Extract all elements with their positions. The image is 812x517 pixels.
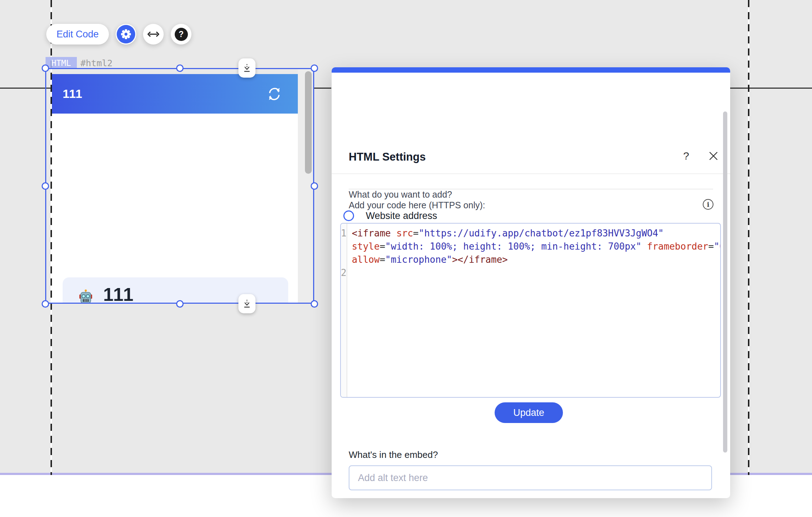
dialog-help-icon[interactable]: ? [683,150,689,162]
resize-handle-bottom-right[interactable] [311,300,318,308]
right-margin-guide [748,0,749,475]
preview-scrollbar-thumb[interactable] [305,71,312,174]
dialog-header-divider [332,173,730,174]
alt-text-input[interactable]: Add alt text here [349,465,712,490]
element-type-badge: HTML [46,57,77,69]
embed-header-title: 111 [63,87,83,101]
dialog-title: HTML Settings [349,151,426,163]
update-button[interactable]: Update [495,402,563,423]
robot-icon [79,289,93,304]
chat-card-title: 111 [103,284,134,304]
embed-preview-body[interactable]: 111 [52,114,298,304]
resize-handle-top-center[interactable] [176,64,184,72]
stretch-handle-top[interactable] [238,58,255,78]
horizontal-guide-line [730,88,812,89]
resize-handle-left-middle[interactable] [42,182,49,190]
resize-handle-bottom-left[interactable] [42,300,49,308]
code-section-label: Add your code here (HTTPS only): [349,200,485,210]
edit-code-button[interactable]: Edit Code [46,24,109,45]
help-button[interactable]: ? [171,24,191,45]
stretch-button[interactable] [143,24,164,45]
left-margin-guide [51,0,52,475]
code-line-numbers: 12 [341,224,347,397]
element-id-label: #html2 [80,58,112,68]
dialog-scrollbar-thumb[interactable] [723,111,727,453]
resize-handle-right-middle[interactable] [311,182,318,190]
code-editor[interactable]: 12 <iframe src="https://udify.app/chatbo… [340,223,721,398]
add-type-question: What do you want to add? [349,189,452,200]
embed-question-label: What's in the embed? [349,449,438,460]
info-icon[interactable]: i [702,199,714,210]
resize-handle-top-right[interactable] [311,64,318,72]
dialog-accent-bar [332,67,730,73]
code-content[interactable]: <iframe src="https://udify.app/chatbot/e… [347,224,721,397]
edit-code-label: Edit Code [57,29,99,40]
dialog-section-divider [349,189,713,189]
html-settings-dialog: HTML Settings ? What do you want to add?… [332,67,730,498]
refresh-icon[interactable] [267,87,282,101]
resize-horizontal-icon [147,30,159,38]
editor-canvas: 111 111 Edit Code [0,0,812,517]
alt-text-placeholder: Add alt text here [358,472,428,484]
stretch-handle-bottom[interactable] [238,294,255,313]
close-icon[interactable] [708,151,719,161]
question-mark-icon: ? [175,28,188,41]
settings-button[interactable] [116,24,136,45]
resize-handle-bottom-center[interactable] [176,300,184,308]
stretch-down-icon [243,63,251,73]
embed-preview-header: 111 [52,74,298,114]
resize-handle-top-left[interactable] [42,64,49,72]
gear-icon [117,25,135,43]
radio-website-address[interactable]: Website address [343,210,437,222]
svg-text:i: i [707,200,709,208]
radio-circle [343,210,354,221]
stretch-down-icon [243,299,251,309]
horizontal-guide-line [0,88,52,89]
